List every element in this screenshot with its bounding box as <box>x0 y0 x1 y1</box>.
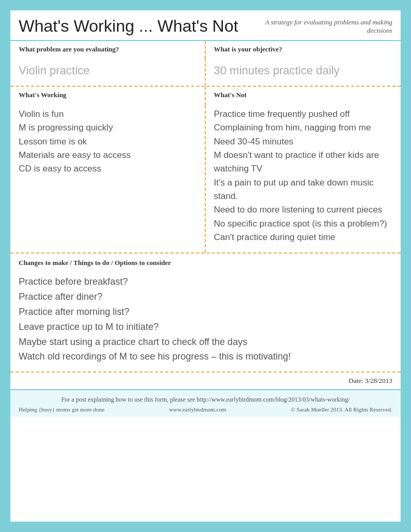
page: What's Working ... What's Not A strategy… <box>10 10 401 522</box>
objective-value-cell: 30 minutes practice daily <box>206 59 401 86</box>
working-item: Violin is fun <box>19 108 196 121</box>
footer: For a post explaining how to use this fo… <box>10 390 401 416</box>
changes-label: Changes to make / Things to do / Options… <box>19 259 392 267</box>
problem-labels-row: What problem are you evaluating? What is… <box>10 41 401 59</box>
working-item: Materials are easy to access <box>19 149 196 162</box>
footer-left: Helping {busy} moms get more done <box>19 406 104 413</box>
footer-right: © Sarah Mueller 2013. All Rights Reserve… <box>291 406 392 413</box>
footer-bottom-row: Helping {busy} moms get more done www.ea… <box>19 406 392 413</box>
date-value: 3/28/2013 <box>365 377 392 384</box>
objective-label: What is your objective? <box>214 45 393 54</box>
header: What's Working ... What's Not A strategy… <box>10 10 401 41</box>
changes-item: Practice after diner? <box>19 289 392 304</box>
not-working-item: Need 30-45 minutes <box>214 135 393 149</box>
page-subtitle: A strategy for evaluating problems and m… <box>247 18 392 35</box>
not-working-items-cell: Practice time frequently pushed offCompl… <box>206 105 401 252</box>
objective-value: 30 minutes practice daily <box>214 61 393 79</box>
changes-item: Practice after morning list? <box>19 304 392 320</box>
working-item: M is progressing quickly <box>19 121 196 135</box>
changes-item: Leave practice up to M to initiate? <box>19 320 392 335</box>
working-content-row: Violin is funM is progressing quicklyLes… <box>10 105 401 254</box>
not-working-label-cell: What's Not <box>206 87 401 105</box>
changes-item: Watch old recordings of M to see his pro… <box>19 349 392 364</box>
not-working-item: Complaining from him, nagging from me <box>214 121 393 135</box>
page-title: What's Working ... What's Not <box>19 17 238 36</box>
changes-section: Changes to make / Things to do / Options… <box>10 254 401 373</box>
not-working-item: No specific practice spot (is this a pro… <box>214 217 393 231</box>
problem-values-row: Violin practice 30 minutes practice dail… <box>10 59 401 87</box>
working-label: What's Working <box>19 91 196 99</box>
changes-item: Practice before breakfast? <box>19 274 392 289</box>
working-item: CD is easy to access <box>19 162 196 176</box>
not-working-item: Practice time frequently pushed off <box>214 108 393 121</box>
problem-value: Violin practice <box>19 61 196 79</box>
not-working-items-list: Practice time frequently pushed offCompl… <box>214 108 393 244</box>
problem-label-cell: What problem are you evaluating? <box>10 41 206 59</box>
changes-list: Practice before breakfast?Practice after… <box>19 272 392 366</box>
working-item: Lesson time is ok <box>19 135 196 149</box>
problem-value-cell: Violin practice <box>10 59 206 86</box>
objective-label-cell: What is your objective? <box>206 41 401 59</box>
footer-center: www.earlybirdmom.com <box>169 406 226 413</box>
not-working-item: Need to do more listening to current pie… <box>214 203 393 217</box>
footer-top-line: For a post explaining how to use this fo… <box>19 394 392 405</box>
problem-label: What problem are you evaluating? <box>19 45 196 54</box>
not-working-label: What's Not <box>214 91 393 99</box>
not-working-item: Can't practice during quiet time <box>214 231 393 244</box>
date-row: Date: 3/28/2013 <box>10 373 401 390</box>
working-labels-row: What's Working What's Not <box>10 87 401 105</box>
date-label: Date: <box>349 377 363 384</box>
changes-item: Maybe start using a practice chart to ch… <box>19 335 392 350</box>
working-label-cell: What's Working <box>10 87 206 105</box>
working-items-list: Violin is funM is progressing quicklyLes… <box>19 108 196 176</box>
working-items-cell: Violin is funM is progressing quicklyLes… <box>10 105 206 252</box>
not-working-item: M doesn't want to practice if other kids… <box>214 149 393 176</box>
not-working-item: It's a pain to put up and take down musi… <box>214 176 393 204</box>
